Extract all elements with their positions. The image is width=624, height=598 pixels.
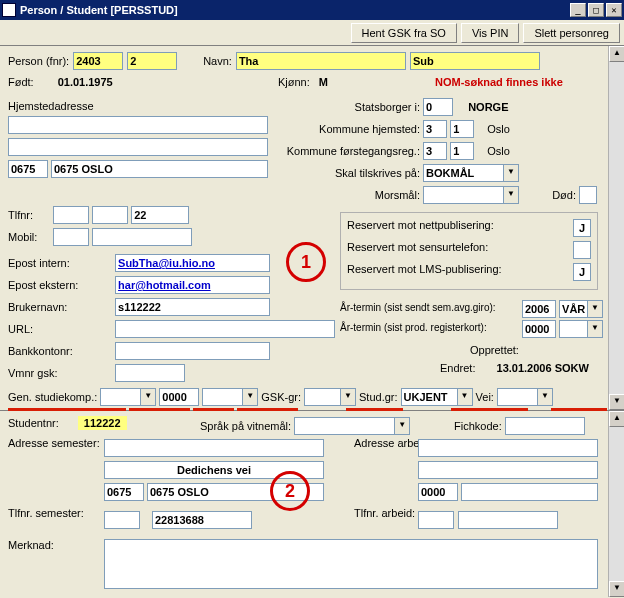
adr-arb-postnr-input[interactable] bbox=[418, 483, 458, 501]
merknad-textarea[interactable] bbox=[104, 539, 598, 589]
statsborger-kode-input[interactable] bbox=[423, 98, 453, 116]
vei-label: Vei: bbox=[476, 391, 494, 403]
mobil2-input[interactable] bbox=[92, 228, 192, 246]
epost-int-input[interactable] bbox=[115, 254, 270, 272]
gen-studiekomp3-input[interactable] bbox=[202, 388, 242, 406]
fnr1-input[interactable] bbox=[73, 52, 123, 70]
tlf-arb2-input[interactable] bbox=[458, 511, 558, 529]
brukernavn-input[interactable] bbox=[115, 298, 270, 316]
fodt-label: Født: bbox=[8, 76, 34, 88]
scroll-down-icon[interactable]: ▼ bbox=[609, 581, 624, 597]
endret-label: Endret: bbox=[440, 362, 475, 374]
url-input[interactable] bbox=[115, 320, 335, 338]
tilskrives-input[interactable] bbox=[423, 164, 503, 182]
scroll-up-icon[interactable]: ▲ bbox=[609, 46, 624, 62]
mobil1-input[interactable] bbox=[53, 228, 89, 246]
tlf-sem2-input[interactable] bbox=[152, 511, 252, 529]
dod-input[interactable] bbox=[579, 186, 597, 204]
morsmal-input[interactable] bbox=[423, 186, 503, 204]
gen-studiekomp2-input[interactable] bbox=[159, 388, 199, 406]
close-button[interactable]: ✕ bbox=[606, 3, 622, 17]
adr-arb2-input[interactable] bbox=[418, 461, 598, 479]
fodt-value: 01.01.1975 bbox=[58, 76, 113, 88]
gsk-gr-label: GSK-gr: bbox=[261, 391, 301, 403]
sprak-input[interactable] bbox=[294, 417, 394, 435]
komm-f2-input[interactable] bbox=[450, 142, 474, 160]
endret-value: 13.01.2006 SOKW bbox=[497, 362, 589, 374]
fichkode-input[interactable] bbox=[505, 417, 585, 435]
komm-f-label: Kommune førstegangsreg.: bbox=[260, 145, 420, 157]
hjemadresse1-input[interactable] bbox=[8, 116, 268, 134]
chevron-down-icon[interactable]: ▼ bbox=[587, 300, 603, 318]
komm-f-navn: Oslo bbox=[487, 145, 510, 157]
chevron-down-icon[interactable]: ▼ bbox=[394, 417, 410, 435]
chevron-down-icon[interactable]: ▼ bbox=[457, 388, 473, 406]
epost-ekst-label: Epost ekstern: bbox=[8, 279, 112, 291]
adr-arb-poststed-input[interactable] bbox=[461, 483, 598, 501]
chevron-down-icon[interactable]: ▼ bbox=[537, 388, 553, 406]
scrollbar-upper[interactable]: ▲ ▼ bbox=[608, 46, 624, 410]
scroll-down-icon[interactable]: ▼ bbox=[609, 394, 624, 410]
slett-personreg-button[interactable]: Slett personreg bbox=[523, 23, 620, 43]
reservert-lms-input[interactable] bbox=[573, 263, 591, 281]
vei-input[interactable] bbox=[497, 388, 537, 406]
tlf-arb-label: Tlfnr. arbeid: bbox=[354, 507, 410, 519]
chevron-down-icon[interactable]: ▼ bbox=[503, 164, 519, 182]
navn1-input[interactable] bbox=[236, 52, 406, 70]
bank-input[interactable] bbox=[115, 342, 270, 360]
minimize-button[interactable]: _ bbox=[570, 3, 586, 17]
fnr2-input[interactable] bbox=[127, 52, 177, 70]
chevron-down-icon[interactable]: ▼ bbox=[340, 388, 356, 406]
adr-sem-poststed-input[interactable] bbox=[147, 483, 324, 501]
tlf1-input[interactable] bbox=[53, 206, 89, 224]
adr-arb1-input[interactable] bbox=[418, 439, 598, 457]
vmnr-label: Vmnr gsk: bbox=[8, 367, 112, 379]
chevron-down-icon[interactable]: ▼ bbox=[242, 388, 258, 406]
chevron-down-icon[interactable]: ▼ bbox=[503, 186, 519, 204]
vis-pin-button[interactable]: Vis PIN bbox=[461, 23, 519, 43]
fichkode-label: Fichkode: bbox=[454, 420, 502, 432]
tilskrives-label: Skal tilskrives på: bbox=[294, 167, 420, 179]
vmnr-input[interactable] bbox=[115, 364, 185, 382]
komm-hjem-label: Kommune hjemsted: bbox=[280, 123, 420, 135]
scrollbar-lower[interactable]: ▲ ▼ bbox=[608, 411, 624, 597]
opprettet-label: Opprettet: bbox=[470, 344, 519, 356]
navn2-input[interactable] bbox=[410, 52, 540, 70]
statsborger-label: Statsborger i: bbox=[300, 101, 420, 113]
hjemsted-label: Hjemstedadresse bbox=[8, 100, 94, 112]
reservert-sensur-input[interactable] bbox=[573, 241, 591, 259]
tlf-arb1-input[interactable] bbox=[418, 511, 454, 529]
stud-gr-input[interactable] bbox=[401, 388, 457, 406]
tlf-sem1-input[interactable] bbox=[104, 511, 140, 529]
hjemadresse2-input[interactable] bbox=[8, 138, 268, 156]
komm-f1-input[interactable] bbox=[423, 142, 447, 160]
stud-gr-label: Stud.gr: bbox=[359, 391, 398, 403]
tlf2-input[interactable] bbox=[92, 206, 128, 224]
adr-sem2-input[interactable] bbox=[104, 461, 324, 479]
gen-studiekomp1-input[interactable] bbox=[100, 388, 140, 406]
chevron-down-icon[interactable]: ▼ bbox=[140, 388, 156, 406]
scroll-up-icon[interactable]: ▲ bbox=[609, 411, 624, 427]
semavg-ar-input[interactable] bbox=[522, 300, 556, 318]
bank-label: Bankkontonr: bbox=[8, 345, 112, 357]
hjem-poststed-input[interactable] bbox=[51, 160, 268, 178]
gsk-gr-input[interactable] bbox=[304, 388, 340, 406]
semavg-term-input[interactable] bbox=[559, 300, 587, 318]
adr-sem1-input[interactable] bbox=[104, 439, 324, 457]
komm-hjem2-input[interactable] bbox=[450, 120, 474, 138]
komm-hjem1-input[interactable] bbox=[423, 120, 447, 138]
adr-sem-postnr-input[interactable] bbox=[104, 483, 144, 501]
tlf3-input[interactable] bbox=[131, 206, 189, 224]
mobil-label: Mobil: bbox=[8, 231, 50, 243]
window-title: Person / Student [PERSSTUD] bbox=[20, 4, 570, 16]
kjonn-value: M bbox=[319, 76, 328, 88]
hent-gsk-button[interactable]: Hent GSK fra SO bbox=[351, 23, 457, 43]
regkort-ar-input[interactable] bbox=[522, 320, 556, 338]
maximize-button[interactable]: □ bbox=[588, 3, 604, 17]
epost-ekst-input[interactable] bbox=[115, 276, 270, 294]
hjem-postnr-input[interactable] bbox=[8, 160, 48, 178]
reservert-nett-label: Reservert mot nettpublisering: bbox=[347, 219, 494, 237]
chevron-down-icon[interactable]: ▼ bbox=[587, 320, 603, 338]
regkort-term-input[interactable] bbox=[559, 320, 587, 338]
reservert-nett-input[interactable] bbox=[573, 219, 591, 237]
